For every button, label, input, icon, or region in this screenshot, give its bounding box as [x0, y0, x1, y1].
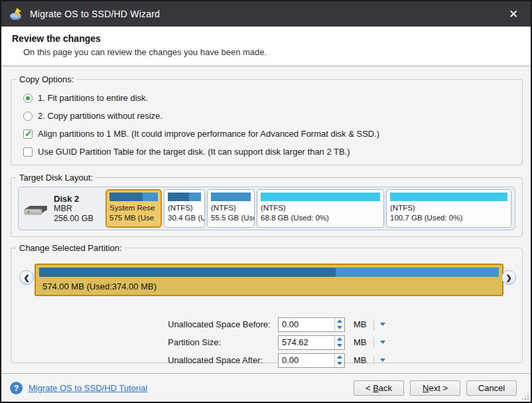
divider — [373, 355, 374, 366]
checkbox-align-partitions[interactable]: Align partitions to 1 MB. (It could impr… — [23, 125, 522, 143]
partition-name: (NTFS) — [390, 203, 507, 213]
spinner-down-button[interactable] — [335, 343, 344, 349]
checkbox-unchecked-icon[interactable] — [23, 147, 33, 157]
radio-no-resize-label: 2. Copy partitions without resize. — [38, 111, 163, 121]
target-disk-group: Target Disk Layout: Disk 2 MBR 256.00 GB — [11, 173, 523, 237]
disk-name: Disk 2 — [54, 194, 94, 204]
cancel-button[interactable]: Cancel — [466, 380, 517, 396]
divider — [373, 337, 374, 348]
unallocated-before-label: Unallocated Space Before: — [168, 319, 273, 329]
chevron-down-icon — [380, 359, 385, 362]
titlebar: Migrate OS to SSD/HD Wizard ✕ — [1, 1, 531, 27]
disk-scheme: MBR — [54, 204, 94, 214]
unit-dropdown-button[interactable] — [379, 357, 387, 363]
chevron-right-icon: ❯ — [505, 274, 511, 282]
arrow-down-icon — [337, 344, 342, 347]
partition-fill-bar — [39, 268, 499, 277]
partition-strip: System Rese 575 MB (Use (NTFS) 30.4 GB (… — [105, 189, 511, 228]
unallocated-before-row: Unallocated Space Before: MB — [168, 315, 522, 333]
tutorial-link[interactable]: Migrate OS to SSD/HD Tutorial — [29, 383, 147, 393]
radio-fit-partitions[interactable]: 1. Fit partitions to entire disk. — [23, 89, 522, 107]
next-label-key: N — [423, 383, 429, 393]
partition-usage-bar — [390, 193, 507, 201]
spinner-down-button[interactable] — [335, 361, 344, 367]
page-subtitle: On this page you can review the changes … — [23, 47, 520, 57]
chevron-down-icon — [380, 341, 385, 344]
unallocated-after-row: Unallocated Space After: MB — [168, 351, 522, 369]
partition-name: (NTFS) — [168, 203, 201, 213]
arrow-up-icon — [337, 337, 342, 341]
window-title: Migrate OS to SSD/HD Wizard — [30, 9, 160, 19]
unallocated-after-label: Unallocated Space After: — [168, 355, 273, 365]
help-icon[interactable]: ? — [10, 382, 23, 394]
scroll-right-button[interactable]: ❯ — [501, 270, 516, 285]
scroll-left-button[interactable]: ❮ — [19, 270, 34, 285]
partition-name: System Rese — [109, 203, 158, 213]
partition-usage-bar — [261, 193, 380, 201]
close-button[interactable]: ✕ — [504, 5, 523, 23]
change-partition-legend: Change Selected Partition: — [17, 243, 125, 253]
spinner-down-button[interactable] — [335, 325, 344, 331]
disk-panel: Disk 2 MBR 256.00 GB System Rese 575 MB … — [18, 187, 515, 230]
spinner-up-button[interactable] — [335, 336, 344, 343]
partition-tile-5[interactable]: (NTFS) 100.7 GB (Used: 0%) — [386, 189, 511, 228]
unit-dropdown-button[interactable] — [379, 321, 387, 327]
partition-name: (NTFS) — [261, 203, 380, 213]
partition-tile-2[interactable]: (NTFS) 30.4 GB (Use — [164, 189, 205, 228]
copy-options-rows: 1. Fit partitions to entire disk. 2. Cop… — [11, 84, 522, 161]
footer-buttons: < Back Next > Cancel — [354, 380, 517, 396]
copy-options-legend: Copy Options: — [17, 74, 76, 84]
partition-tile-system-reserved[interactable]: System Rese 575 MB (Use — [105, 189, 162, 228]
change-partition-group: Change Selected Partition: ❮ 574.00 MB (… — [11, 243, 523, 363]
checkbox-guid-label: Use GUID Partition Table for the target … — [38, 147, 350, 157]
partition-usage-bar — [168, 193, 201, 201]
unit-label: MB — [354, 337, 367, 347]
partition-size: 30.4 GB (Use — [168, 213, 201, 223]
next-label-rest: ext > — [429, 383, 448, 393]
radio-selected-icon[interactable] — [23, 94, 33, 103]
unallocated-before-stepper — [278, 317, 345, 332]
radio-unselected-icon[interactable] — [23, 112, 33, 121]
back-button[interactable]: < Back — [354, 380, 404, 396]
partition-tile-4[interactable]: (NTFS) 68.8 GB (Used: 0%) — [257, 189, 384, 228]
back-label-key: B — [373, 383, 379, 393]
spinner-up-button[interactable] — [335, 354, 344, 361]
arrow-up-icon — [337, 319, 342, 323]
unit-dropdown-button[interactable] — [379, 339, 387, 345]
divider — [373, 319, 374, 330]
radio-copy-without-resize[interactable]: 2. Copy partitions without resize. — [23, 107, 522, 125]
chevron-down-icon — [380, 323, 385, 326]
partition-tile-3[interactable]: (NTFS) 55.5 GB (Used: 0% — [207, 189, 255, 228]
checkbox-checked-icon[interactable] — [23, 129, 33, 139]
back-label-rest: ack — [379, 383, 392, 393]
arrow-up-icon — [337, 355, 342, 359]
unit-label: MB — [354, 355, 367, 365]
page-header: Review the changes On this page you can … — [1, 27, 531, 66]
wizard-window: Migrate OS to SSD/HD Wizard ✕ Review the… — [0, 0, 532, 403]
spinner — [334, 354, 344, 367]
partition-size: 68.8 GB (Used: 0%) — [261, 213, 380, 223]
partition-size-label: Partition Size: — [168, 337, 273, 347]
chevron-left-icon: ❮ — [23, 274, 29, 282]
unit-label: MB — [354, 319, 367, 329]
checkbox-use-guid[interactable]: Use GUID Partition Table for the target … — [23, 143, 522, 161]
selected-partition-bar[interactable]: 574.00 MB (Used:374.00 MB) — [34, 264, 503, 296]
checkbox-align-label: Align partitions to 1 MB. (It could impr… — [38, 129, 379, 139]
page-title: Review the changes — [12, 33, 520, 44]
next-button[interactable]: Next > — [410, 380, 460, 396]
resize-grip[interactable] — [527, 398, 529, 400]
disk-capacity: 256.00 GB — [54, 214, 94, 224]
app-icon — [9, 7, 23, 21]
partition-size: 100.7 GB (Used: 0%) — [390, 213, 507, 223]
partition-slider-area: ❮ 574.00 MB (Used:374.00 MB) ❯ — [11, 256, 522, 306]
disk-text: Disk 2 MBR 256.00 GB — [54, 194, 94, 224]
selected-partition-label: 574.00 MB (Used:374.00 MB) — [42, 282, 502, 291]
spinner — [334, 336, 344, 349]
back-label-pre: < — [366, 383, 373, 393]
partition-usage-bar — [211, 193, 251, 201]
partition-name: (NTFS) — [211, 203, 251, 213]
unallocated-after-stepper — [278, 353, 345, 368]
partition-size: 55.5 GB (Used: 0% — [211, 213, 251, 223]
spinner-up-button[interactable] — [335, 318, 344, 325]
partition-size-stepper — [278, 335, 345, 350]
